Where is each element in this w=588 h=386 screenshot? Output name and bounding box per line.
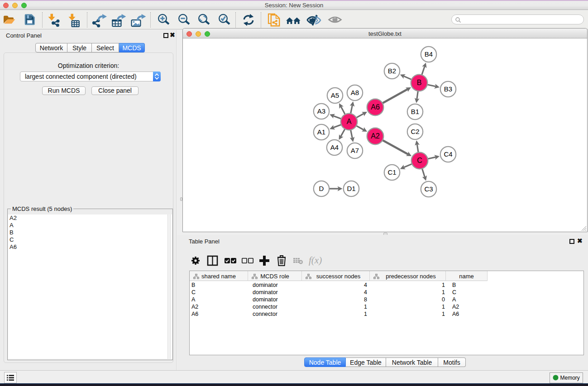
svg-text:C4: C4 bbox=[444, 150, 452, 158]
svg-text:A2: A2 bbox=[371, 132, 380, 140]
svg-text:A8: A8 bbox=[351, 89, 359, 96]
svg-text:C3: C3 bbox=[424, 185, 433, 193]
svg-text:A5: A5 bbox=[331, 91, 339, 99]
svg-text:C1: C1 bbox=[387, 168, 396, 176]
svg-text:B1: B1 bbox=[411, 108, 419, 115]
svg-text:A3: A3 bbox=[317, 107, 325, 115]
svg-text:A4: A4 bbox=[330, 143, 339, 151]
svg-text:C: C bbox=[417, 157, 422, 164]
svg-text:D1: D1 bbox=[347, 185, 355, 192]
svg-text:B2: B2 bbox=[388, 67, 396, 75]
svg-text:C2: C2 bbox=[411, 128, 419, 135]
svg-text:B4: B4 bbox=[425, 50, 433, 58]
svg-text:A6: A6 bbox=[371, 103, 380, 111]
svg-text:A1: A1 bbox=[317, 128, 325, 136]
svg-text:D: D bbox=[319, 185, 324, 192]
svg-text:B3: B3 bbox=[444, 85, 452, 93]
svg-text:A7: A7 bbox=[351, 147, 359, 154]
svg-text:B: B bbox=[417, 79, 422, 86]
svg-text:A: A bbox=[347, 118, 352, 125]
